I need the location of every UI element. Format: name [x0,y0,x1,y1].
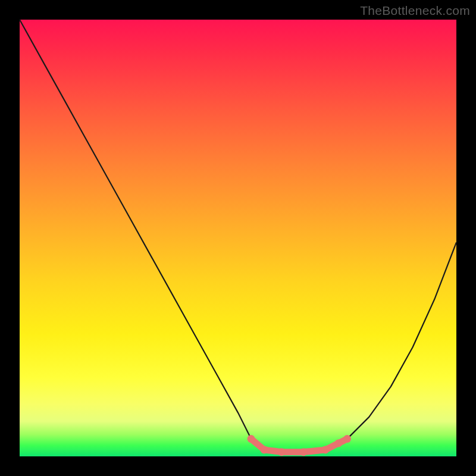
watermark-text: TheBottleneck.com [360,4,470,18]
highlight-marker [321,446,329,454]
highlight-marker [343,435,351,443]
highlight-marker [261,446,268,454]
curve-layer [20,20,456,456]
highlight-marker [300,448,308,456]
bottleneck-curve [20,20,456,452]
bottleneck-curve-svg [20,20,456,456]
highlight-marker [248,435,255,443]
highlight-marker [334,440,342,447]
chart-frame: TheBottleneck.com [0,0,476,476]
highlight-marker [278,448,286,456]
